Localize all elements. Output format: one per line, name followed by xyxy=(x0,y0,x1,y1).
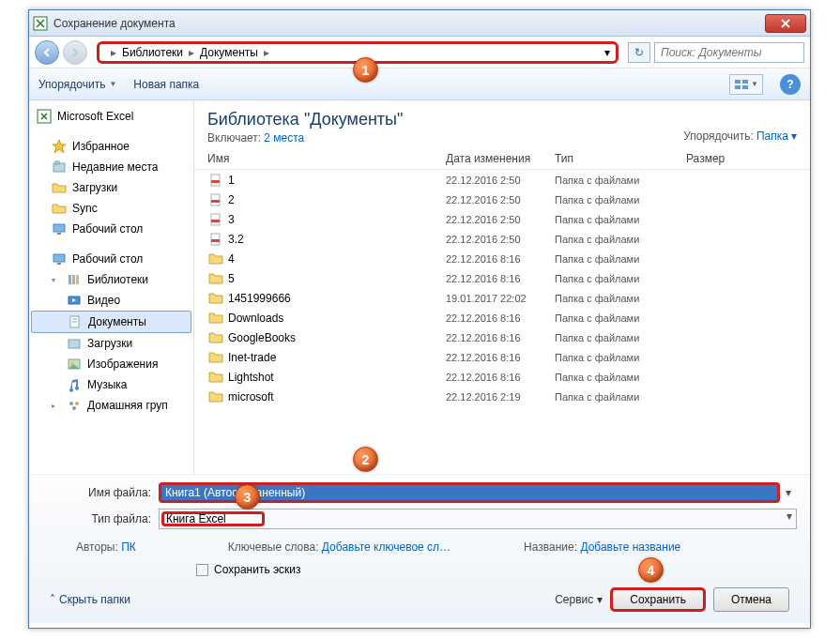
hide-folders-link[interactable]: ˄ Скрыть папки xyxy=(50,593,130,606)
folder-icon xyxy=(207,370,224,385)
file-type: Папка с файлами xyxy=(555,273,686,284)
file-type: Папка с файлами xyxy=(555,293,686,304)
file-row[interactable]: Inet-trade22.12.2016 8:16Папка с файлами xyxy=(207,347,797,367)
refresh-button[interactable]: ↻ xyxy=(628,42,650,63)
svg-rect-2 xyxy=(735,85,741,89)
libraries-icon xyxy=(67,272,82,287)
help-button[interactable]: ? xyxy=(780,74,801,95)
breadcrumb-seg-documents[interactable]: Документы xyxy=(200,46,258,59)
chevron-down-icon: ▾ xyxy=(597,593,603,606)
file-date: 22.12.2016 2:19 xyxy=(446,391,555,403)
file-name: 3.2 xyxy=(228,233,446,246)
back-button[interactable] xyxy=(35,40,59,65)
col-type[interactable]: Тип xyxy=(555,152,686,165)
tags-value[interactable]: Добавьте ключевое сл… xyxy=(322,540,451,554)
authors-value[interactable]: ПК xyxy=(121,540,136,554)
file-row[interactable]: GoogleBooks22.12.2016 8:16Папка с файлам… xyxy=(207,327,797,347)
downloads-icon xyxy=(67,336,82,351)
file-row[interactable]: 422.12.2016 8:16Папка с файлами xyxy=(207,249,797,268)
sidebar: Microsoft Excel Избранное Недавние места… xyxy=(29,100,194,474)
file-row[interactable]: 3.222.12.2016 2:50Папка с файлами xyxy=(207,229,797,249)
chevron-down-icon[interactable]: ▾ xyxy=(791,129,797,143)
folder-icon xyxy=(52,201,67,216)
sidebar-item-libraries[interactable]: ▾ Библиотеки xyxy=(31,269,191,290)
folder-icon xyxy=(207,350,224,365)
file-type: Папка с файлами xyxy=(555,372,686,383)
svg-rect-19 xyxy=(69,340,80,348)
star-icon xyxy=(52,139,67,154)
file-row[interactable]: 522.12.2016 8:16Папка с файлами xyxy=(207,268,797,288)
forward-button[interactable] xyxy=(63,40,87,65)
sidebar-item-desktop[interactable]: Рабочий стол xyxy=(31,219,191,239)
close-button[interactable] xyxy=(765,14,806,33)
file-name: Lightshot xyxy=(228,371,446,384)
sidebar-item-favorites[interactable]: Избранное xyxy=(31,136,191,157)
view-options-button[interactable]: ▼ xyxy=(729,74,763,95)
music-icon xyxy=(67,377,82,392)
file-row[interactable]: Downloads22.12.2016 8:16Папка с файлами xyxy=(207,308,797,327)
includes-link[interactable]: 2 места xyxy=(264,131,304,145)
cancel-button[interactable]: Отмена xyxy=(713,587,789,612)
sidebar-item-homegroup[interactable]: ▸ Домашняя груп xyxy=(31,395,191,416)
col-date[interactable]: Дата изменения xyxy=(446,152,555,165)
arrange-label: Упорядочить: xyxy=(683,129,754,143)
sidebar-label: Загрузки xyxy=(87,337,132,350)
organize-label: Упорядочить xyxy=(38,78,105,91)
sidebar-label: Домашняя груп xyxy=(87,399,168,412)
callout-1: 1 xyxy=(353,57,378,83)
cancel-label: Отмена xyxy=(731,593,771,606)
sidebar-item-downloads2[interactable]: Загрузки xyxy=(31,333,191,354)
file-row[interactable]: Lightshot22.12.2016 8:16Папка с файлами xyxy=(207,367,797,387)
folder-icon xyxy=(207,271,224,286)
sidebar-label: Недавние места xyxy=(72,160,158,174)
svg-rect-1 xyxy=(735,80,741,84)
arrange-value[interactable]: Папка xyxy=(756,129,788,143)
toolbar: Упорядочить ▼ Новая папка ▼ ? xyxy=(29,68,810,100)
sidebar-item-downloads[interactable]: Загрузки xyxy=(31,177,191,198)
filetype-select[interactable]: Книга Excel ▾ xyxy=(159,509,797,529)
new-folder-button[interactable]: Новая папка xyxy=(133,78,199,91)
organize-menu[interactable]: Упорядочить ▼ xyxy=(38,78,116,91)
sidebar-item-documents[interactable]: Документы xyxy=(31,311,191,333)
file-list[interactable]: 122.12.2016 2:50Папка с файлами222.12.20… xyxy=(194,170,810,474)
file-type: Папка с файлами xyxy=(555,214,686,225)
folder-icon xyxy=(207,330,224,345)
excel-icon xyxy=(33,16,48,31)
includes-label: Включает: xyxy=(207,131,261,145)
col-size[interactable]: Размер xyxy=(686,152,761,165)
save-thumbnail-checkbox[interactable] xyxy=(196,564,208,576)
file-row[interactable]: 122.12.2016 2:50Папка с файлами xyxy=(207,170,797,190)
file-row[interactable]: 145199966619.01.2017 22:02Папка с файлам… xyxy=(207,288,797,308)
file-icon xyxy=(207,192,224,207)
sidebar-item-recent[interactable]: Недавние места xyxy=(31,157,191,177)
svg-rect-7 xyxy=(55,161,59,164)
sidebar-item-excel[interactable]: Microsoft Excel xyxy=(31,106,191,127)
file-icon xyxy=(207,212,224,227)
folder-icon xyxy=(207,389,224,404)
save-button[interactable]: Сохранить xyxy=(610,587,706,612)
file-row[interactable]: 222.12.2016 2:50Папка с файлами xyxy=(207,190,797,209)
sidebar-item-music[interactable]: Музыка xyxy=(31,374,191,395)
callout-3: 3 xyxy=(235,484,260,510)
library-title: Библиотека "Документы" xyxy=(207,110,403,129)
save-label: Сохранить xyxy=(630,593,686,606)
breadcrumb-seg-libraries[interactable]: Библиотеки xyxy=(122,46,183,59)
sidebar-item-videos[interactable]: Видео xyxy=(31,290,191,311)
sidebar-item-desktop2[interactable]: Рабочий стол xyxy=(31,249,191,269)
col-name[interactable]: Имя xyxy=(207,152,446,165)
file-date: 22.12.2016 8:16 xyxy=(446,273,555,284)
file-type: Папка с файлами xyxy=(555,253,686,265)
sidebar-label: Музыка xyxy=(87,378,127,391)
chevron-down-icon[interactable]: ▾ xyxy=(780,486,797,499)
main-panel: Библиотека "Документы" Включает: 2 места… xyxy=(194,100,810,474)
sidebar-item-pictures[interactable]: Изображения xyxy=(31,354,191,374)
tools-menu[interactable]: Сервис ▾ xyxy=(555,593,603,606)
chevron-down-icon[interactable]: ▾ xyxy=(604,46,610,59)
svg-point-22 xyxy=(69,402,73,405)
heading: Библиотека "Документы" Включает: 2 места xyxy=(194,100,416,148)
file-row[interactable]: microsoft22.12.2016 2:19Папка с файлами xyxy=(207,387,797,406)
search-input[interactable] xyxy=(654,42,804,63)
file-row[interactable]: 322.12.2016 2:50Папка с файлами xyxy=(207,209,797,229)
sidebar-item-sync[interactable]: Sync xyxy=(31,198,191,219)
title-value[interactable]: Добавьте название xyxy=(580,540,680,554)
